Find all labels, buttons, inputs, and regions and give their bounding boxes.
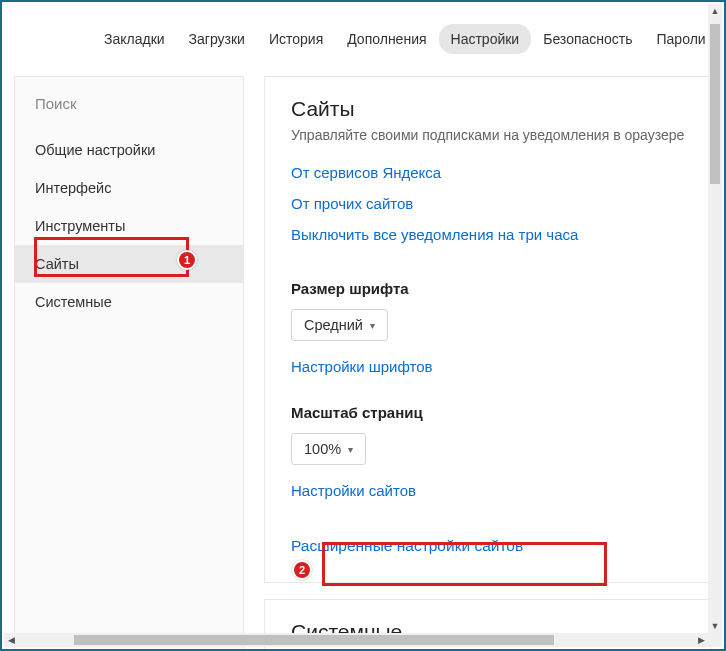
link-other-sites[interactable]: От прочих сайтов [291,188,685,219]
page-title: Сайты [291,97,685,121]
sidebar-item-general[interactable]: Общие настройки [15,131,243,169]
font-size-select[interactable]: Средний ▾ [291,309,388,341]
chevron-down-icon: ▾ [348,444,353,455]
tab-downloads[interactable]: Загрузки [177,24,257,54]
scroll-up-arrow-icon[interactable]: ▲ [708,4,722,18]
notifications-description: Управляйте своими подписками на уведомле… [291,127,685,143]
vertical-scrollbar[interactable]: ▲ ▼ [708,4,722,633]
page-scale-value: 100% [304,441,341,457]
sidebar: Общие настройки Интерфейс Инструменты Са… [14,76,244,651]
tab-addons[interactable]: Дополнения [335,24,438,54]
annotation-badge-2: 2 [292,560,312,580]
annotation-badge-1: 1 [177,250,197,270]
sidebar-item-interface[interactable]: Интерфейс [15,169,243,207]
sidebar-item-sites[interactable]: Сайты [15,245,243,283]
sites-card: Сайты Управляйте своими подписками на ув… [264,76,712,583]
tab-bookmarks[interactable]: Закладки [92,24,177,54]
font-size-heading: Размер шрифта [291,280,685,297]
link-site-settings[interactable]: Настройки сайтов [291,475,685,506]
vertical-scroll-thumb[interactable] [710,24,720,184]
link-yandex-services[interactable]: От сервисов Яндекса [291,157,685,188]
font-size-value: Средний [304,317,363,333]
scroll-left-arrow-icon[interactable]: ◀ [4,633,18,647]
scroll-right-arrow-icon[interactable]: ▶ [694,633,708,647]
link-advanced-site-settings[interactable]: Расширенные настройки сайтов [291,530,685,562]
scroll-down-arrow-icon[interactable]: ▼ [708,619,722,633]
tab-security[interactable]: Безопасность [531,24,644,54]
search-input[interactable] [35,95,223,112]
link-disable-notifications[interactable]: Выключить все уведомления на три часа [291,219,685,250]
chevron-down-icon: ▾ [370,320,375,331]
main-content: Сайты Управляйте своими подписками на ув… [264,76,712,651]
sidebar-item-system[interactable]: Системные [15,283,243,321]
top-tabs: Закладки Загрузки История Дополнения Нас… [2,2,724,76]
link-font-settings[interactable]: Настройки шрифтов [291,351,685,382]
scrollbar-corner [708,633,722,647]
tab-settings[interactable]: Настройки [439,24,532,54]
tab-history[interactable]: История [257,24,335,54]
horizontal-scrollbar[interactable]: ◀ ▶ [4,633,708,647]
page-scale-heading: Масштаб страниц [291,404,685,421]
horizontal-scroll-thumb[interactable] [74,635,554,645]
page-scale-select[interactable]: 100% ▾ [291,433,366,465]
sidebar-item-tools[interactable]: Инструменты [15,207,243,245]
